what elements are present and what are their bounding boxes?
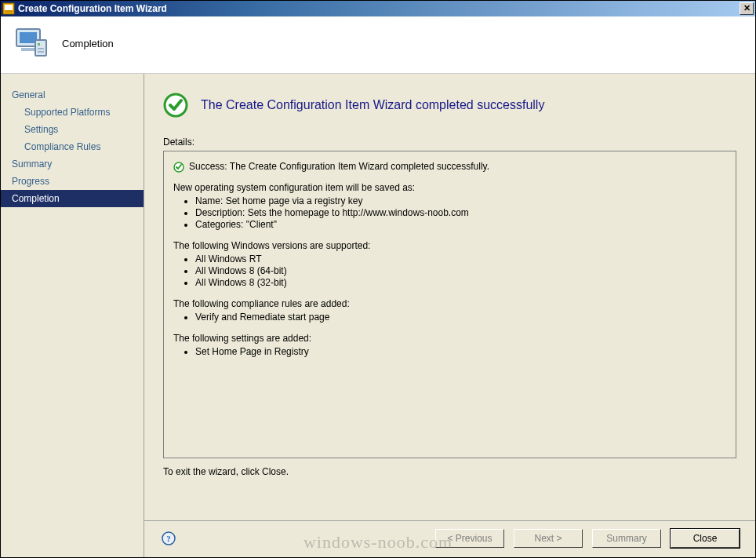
list-item: All Windows RT: [195, 253, 726, 265]
list-item: Name: Set home page via a registry key: [195, 195, 726, 207]
sidebar-item-supported-platforms[interactable]: Supported Platforms: [1, 104, 144, 121]
status-text: Success: The Create Configuration Item W…: [189, 161, 489, 173]
status-check-icon: [173, 162, 184, 173]
previous-button: < Previous: [435, 529, 504, 548]
summary-button: Summary: [592, 529, 661, 548]
next-button: Next >: [514, 529, 583, 548]
list-item: Description: Sets the homepage to http:/…: [195, 207, 726, 219]
header: Completion: [1, 16, 755, 74]
status-line: Success: The Create Configuration Item W…: [173, 161, 726, 173]
sidebar-item-summary[interactable]: Summary: [1, 155, 144, 173]
svg-rect-4: [20, 32, 37, 43]
sidebar-item-settings[interactable]: Settings: [1, 121, 144, 138]
header-stage: Completion: [62, 38, 114, 49]
success-heading: The Create Configuration Item Wizard com…: [163, 93, 736, 118]
monitor-icon: [12, 24, 49, 62]
close-button[interactable]: Close: [671, 529, 740, 548]
rules-list: Verify and Remediate start page: [173, 312, 726, 323]
titlebar: Create Configuration Item Wizard ✕: [1, 1, 755, 16]
list-item: Verify and Remediate start page: [195, 312, 726, 323]
svg-rect-1: [5, 5, 13, 10]
success-check-icon: [163, 93, 188, 118]
svg-rect-2: [5, 10, 13, 13]
svg-text:?: ?: [166, 534, 171, 543]
main-panel: The Create Configuration Item Wizard com…: [144, 74, 755, 557]
title-text: Create Configuration Item Wizard: [18, 3, 740, 14]
svg-rect-7: [38, 43, 40, 46]
save-intro: New operating system configuration item …: [173, 182, 726, 194]
svg-rect-5: [21, 48, 35, 51]
help-icon[interactable]: ?: [162, 531, 176, 545]
wizard-window: Create Configuration Item Wizard ✕ Compl…: [0, 0, 756, 558]
sidebar-item-progress[interactable]: Progress: [1, 173, 144, 190]
app-icon: [2, 2, 15, 15]
list-item: All Windows 8 (32-bit): [195, 277, 726, 289]
body: General Supported Platforms Settings Com…: [1, 74, 755, 557]
svg-rect-9: [38, 51, 44, 53]
list-item: Set Home Page in Registry: [195, 346, 726, 358]
versions-intro: The following Windows versions are suppo…: [173, 240, 726, 252]
sidebar-item-compliance-rules[interactable]: Compliance Rules: [1, 138, 144, 155]
settings-intro: The following settings are added:: [173, 333, 726, 345]
button-bar: ? < Previous Next > Summary Close: [144, 520, 755, 557]
details-box[interactable]: Success: The Create Configuration Item W…: [163, 151, 736, 458]
list-item: All Windows 8 (64-bit): [195, 265, 726, 277]
exit-text: To exit the wizard, click Close.: [163, 466, 736, 477]
sidebar-item-general[interactable]: General: [1, 86, 144, 104]
save-list: Name: Set home page via a registry key D…: [173, 195, 726, 231]
svg-rect-8: [38, 48, 44, 49]
settings-list: Set Home Page in Registry: [173, 346, 726, 358]
details-label: Details:: [163, 137, 736, 148]
heading-text: The Create Configuration Item Wizard com…: [201, 98, 544, 112]
sidebar: General Supported Platforms Settings Com…: [1, 74, 144, 557]
list-item: Categories: "Client": [195, 219, 726, 231]
versions-list: All Windows RT All Windows 8 (64-bit) Al…: [173, 253, 726, 289]
sidebar-item-completion[interactable]: Completion: [1, 190, 144, 207]
rules-intro: The following compliance rules are added…: [173, 298, 726, 310]
close-icon[interactable]: ✕: [740, 2, 754, 15]
